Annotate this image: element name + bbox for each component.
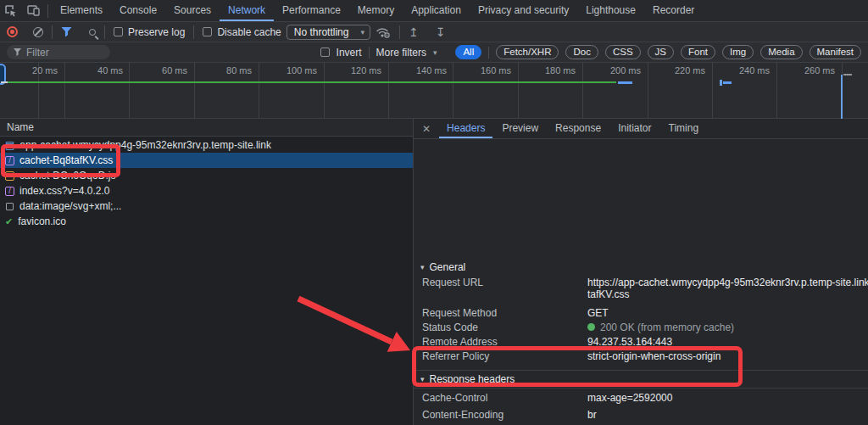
tab-headers[interactable]: Headers bbox=[439, 119, 492, 138]
overview-request-bar bbox=[1, 81, 8, 83]
section-title: General bbox=[430, 261, 466, 273]
tab-lighthouse[interactable]: Lighthouse bbox=[577, 0, 644, 21]
overview-request-bar bbox=[720, 80, 722, 86]
tab-privacy-and-security[interactable]: Privacy and security bbox=[470, 0, 577, 21]
timeline-tick-label: 60 ms bbox=[130, 65, 191, 75]
tab-memory[interactable]: Memory bbox=[349, 0, 403, 21]
header-row: Request URL https://app-cachet.wmycydpp4… bbox=[414, 277, 868, 300]
request-row[interactable]: / index.css?v=4.0.2.0 bbox=[0, 183, 413, 199]
timeline-tick-label: 160 ms bbox=[453, 65, 515, 75]
filter-pill-css[interactable]: CSS bbox=[605, 45, 641, 59]
disable-cache-checkbox[interactable] bbox=[203, 27, 212, 36]
data-uri-icon bbox=[6, 203, 14, 210]
search-icon[interactable] bbox=[89, 29, 96, 36]
toolbar-separator bbox=[47, 4, 48, 18]
timeline-tick-label: 120 ms bbox=[324, 65, 385, 75]
triangle-down-icon: ▾ bbox=[420, 263, 425, 271]
export-har-icon[interactable]: ↧ bbox=[436, 26, 446, 38]
timeline-tick-label: 200 ms bbox=[583, 65, 644, 75]
timeline-tick-label: 20 ms bbox=[0, 65, 61, 75]
header-value: https://app-cachet.wmycydpp4g-95m32eknr3… bbox=[587, 277, 868, 300]
invert-label: Invert bbox=[337, 47, 362, 59]
header-value: max-age=2592000 bbox=[587, 392, 672, 404]
name-column-header[interactable]: Name bbox=[0, 119, 413, 137]
network-toolbar: Preserve log Disable cache No throttling… bbox=[0, 22, 868, 42]
tab-performance[interactable]: Performance bbox=[274, 0, 349, 21]
import-har-icon[interactable]: ↥ bbox=[409, 26, 419, 38]
section-divider bbox=[414, 388, 868, 389]
filter-pill-font[interactable]: Font bbox=[681, 45, 715, 59]
favicon-icon: ✔ bbox=[5, 216, 13, 227]
header-value: br bbox=[587, 409, 597, 421]
annotation-box-expires-header bbox=[412, 346, 743, 387]
timeline-tick-label: 220 ms bbox=[648, 65, 709, 75]
filter-input-wrapper bbox=[7, 45, 110, 59]
tab-application[interactable]: Application bbox=[403, 0, 470, 21]
overview-request-bar bbox=[618, 81, 632, 84]
overview-request-bar bbox=[723, 81, 732, 84]
filter-input[interactable] bbox=[26, 47, 94, 59]
record-network-log-icon[interactable] bbox=[7, 26, 18, 37]
tab-elements[interactable]: Elements bbox=[52, 0, 111, 21]
tab-response[interactable]: Response bbox=[548, 119, 609, 138]
request-name: index.css?v=4.0.2.0 bbox=[19, 185, 109, 197]
filter-pill-js[interactable]: JS bbox=[648, 45, 674, 59]
chevron-down-icon: ▾ bbox=[433, 48, 437, 57]
header-name: Cache-Control bbox=[414, 392, 587, 404]
chevron-down-icon: ▾ bbox=[360, 28, 364, 36]
inspect-element-icon[interactable] bbox=[0, 1, 22, 21]
header-row: Request Method GET bbox=[414, 307, 868, 319]
filter-pill-fetch-xhr[interactable]: Fetch/XHR bbox=[496, 45, 559, 59]
filter-funnel-icon[interactable] bbox=[61, 27, 72, 37]
timeline-tick-label: 40 ms bbox=[65, 65, 126, 75]
tab-preview[interactable]: Preview bbox=[494, 119, 546, 138]
request-name: data:image/svg+xml;... bbox=[19, 200, 121, 212]
tab-sources[interactable]: Sources bbox=[165, 0, 220, 21]
header-row: Content-Encoding br bbox=[414, 409, 868, 421]
filter-pill-manifest[interactable]: Manifest bbox=[810, 45, 861, 59]
toolbar-separator bbox=[104, 25, 105, 39]
filter-pill-media[interactable]: Media bbox=[760, 45, 802, 59]
header-name: Status Code bbox=[414, 322, 587, 333]
close-icon[interactable]: ✕ bbox=[419, 123, 437, 135]
preserve-log-label: Preserve log bbox=[128, 26, 185, 38]
throttling-dropdown[interactable]: No throttling ▾ bbox=[287, 25, 370, 40]
annotation-arrow bbox=[281, 280, 426, 365]
request-row[interactable]: ✔ favicon.ico bbox=[0, 214, 413, 229]
tab-timing[interactable]: Timing bbox=[661, 119, 707, 138]
toolbar-separator bbox=[193, 25, 194, 39]
more-filters-button[interactable]: More filters bbox=[376, 47, 426, 59]
network-filter-bar: Invert More filters ▾ All Fetch/XHR Doc … bbox=[0, 42, 868, 63]
network-conditions-icon[interactable] bbox=[376, 26, 391, 38]
request-name: favicon.ico bbox=[18, 215, 66, 227]
header-row: Status Code 200 OK (from memory cache) bbox=[414, 322, 868, 333]
timeline-tick-label: 260 ms bbox=[777, 65, 838, 75]
filter-pill-all[interactable]: All bbox=[455, 45, 481, 59]
preserve-log-checkbox[interactable] bbox=[114, 27, 123, 36]
network-overview-timeline[interactable]: 20 ms 40 ms 60 ms 80 ms 100 ms 120 ms 14… bbox=[0, 63, 868, 119]
timeline-tick-label: 140 ms bbox=[389, 65, 450, 75]
general-section-header[interactable]: ▾ General bbox=[414, 258, 868, 277]
tab-initiator[interactable]: Initiator bbox=[610, 119, 659, 138]
invert-checkbox[interactable] bbox=[320, 48, 330, 57]
toolbar-separator bbox=[52, 25, 53, 39]
filter-pill-img[interactable]: Img bbox=[722, 45, 754, 59]
status-green-dot bbox=[587, 323, 595, 331]
timeline-tick-label: 100 ms bbox=[259, 65, 320, 75]
header-row: Cache-Control max-age=2592000 bbox=[414, 392, 868, 404]
clear-network-log-icon[interactable] bbox=[33, 27, 43, 37]
tab-network[interactable]: Network bbox=[220, 0, 274, 21]
tab-console[interactable]: Console bbox=[111, 0, 165, 21]
disable-cache-label: Disable cache bbox=[217, 26, 281, 38]
tab-recorder[interactable]: Recorder bbox=[644, 0, 703, 21]
header-value: GET bbox=[587, 307, 609, 319]
header-name: Request Method bbox=[414, 307, 587, 319]
overview-document-load-bar bbox=[8, 81, 616, 83]
timeline-tick-label: 80 ms bbox=[194, 65, 255, 75]
toolbar-separator bbox=[369, 47, 370, 59]
device-toolbar-icon[interactable] bbox=[22, 1, 44, 21]
request-row[interactable]: data:image/svg+xml;... bbox=[0, 199, 413, 214]
header-value: 200 OK (from memory cache) bbox=[587, 322, 734, 333]
filter-pill-doc[interactable]: Doc bbox=[565, 45, 598, 59]
overview-request-bar bbox=[843, 74, 852, 75]
